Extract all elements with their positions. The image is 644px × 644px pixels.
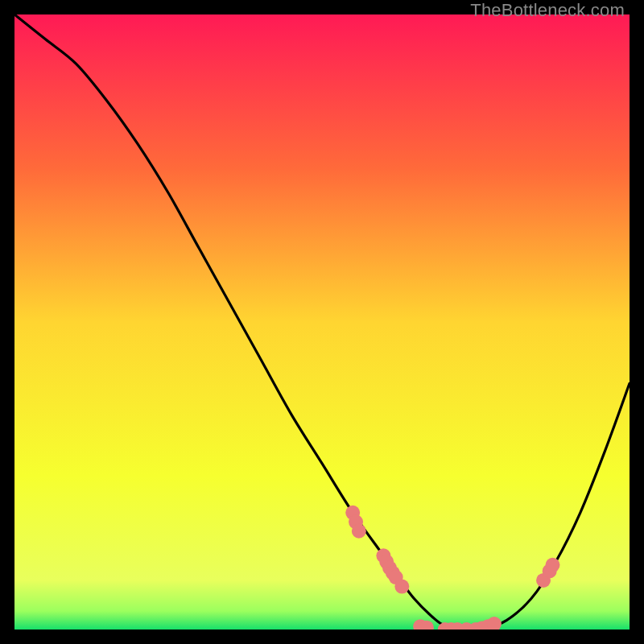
chart-frame <box>14 14 630 630</box>
data-point <box>394 580 409 594</box>
bottleneck-chart <box>14 14 630 630</box>
watermark-text: TheBottleneck.com <box>470 0 625 21</box>
data-point <box>546 558 560 572</box>
chart-background <box>14 14 630 630</box>
data-point <box>352 524 366 539</box>
